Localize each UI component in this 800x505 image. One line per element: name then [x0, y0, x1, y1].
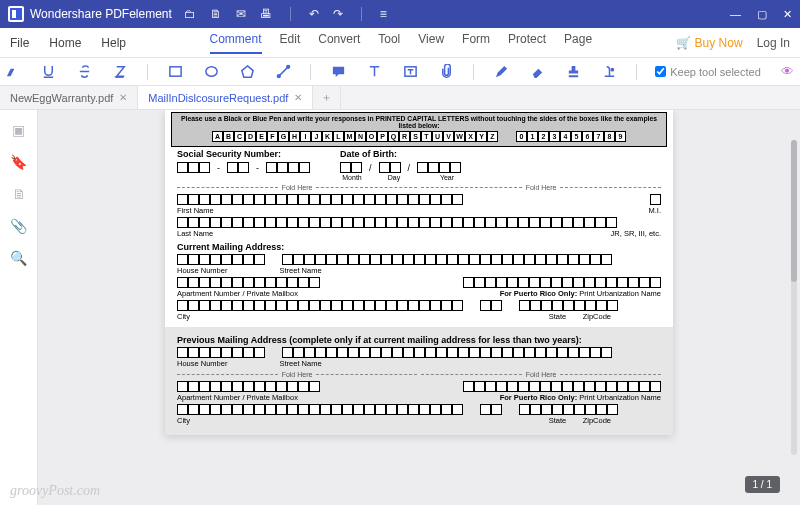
input-box[interactable]: [563, 404, 574, 415]
input-box[interactable]: M: [344, 131, 355, 142]
menu-help[interactable]: Help: [101, 36, 126, 50]
input-box[interactable]: [221, 381, 232, 392]
input-box[interactable]: [199, 300, 210, 311]
input-box[interactable]: [254, 254, 265, 265]
input-box[interactable]: [585, 300, 596, 311]
input-box[interactable]: [419, 404, 430, 415]
input-box[interactable]: [425, 347, 436, 358]
input-box[interactable]: O: [366, 131, 377, 142]
doc-tab[interactable]: MailInDislcosureRequest.pdf✕: [138, 86, 313, 109]
input-box[interactable]: [353, 194, 364, 205]
input-box[interactable]: [265, 404, 276, 415]
input-box[interactable]: [232, 404, 243, 415]
input-box[interactable]: [463, 381, 474, 392]
input-box[interactable]: [232, 347, 243, 358]
input-box[interactable]: [188, 347, 199, 358]
input-box[interactable]: [507, 277, 518, 288]
input-box[interactable]: T: [421, 131, 432, 142]
input-box[interactable]: [491, 404, 502, 415]
input-box[interactable]: [199, 162, 210, 173]
input-box[interactable]: [188, 381, 199, 392]
input-box[interactable]: [375, 217, 386, 228]
input-box[interactable]: [288, 162, 299, 173]
input-box[interactable]: [199, 217, 210, 228]
input-box[interactable]: [535, 254, 546, 265]
input-box[interactable]: L: [333, 131, 344, 142]
input-box[interactable]: [199, 347, 210, 358]
input-box[interactable]: [408, 194, 419, 205]
input-box[interactable]: [320, 300, 331, 311]
input-box[interactable]: P: [377, 131, 388, 142]
input-box[interactable]: [601, 347, 612, 358]
input-box[interactable]: [441, 217, 452, 228]
save-icon[interactable]: 🗎: [210, 7, 222, 21]
input-box[interactable]: [370, 254, 381, 265]
input-box[interactable]: [386, 194, 397, 205]
maximize-icon[interactable]: ▢: [757, 8, 767, 21]
input-box[interactable]: [287, 381, 298, 392]
highlight-icon[interactable]: [3, 63, 21, 81]
input-box[interactable]: [496, 277, 507, 288]
input-box[interactable]: [243, 194, 254, 205]
input-box[interactable]: [573, 381, 584, 392]
input-box[interactable]: [265, 277, 276, 288]
input-box[interactable]: C: [234, 131, 245, 142]
input-box[interactable]: [452, 194, 463, 205]
input-box[interactable]: [474, 381, 485, 392]
input-box[interactable]: [232, 217, 243, 228]
scroll-thumb[interactable]: [791, 140, 797, 282]
input-box[interactable]: [199, 277, 210, 288]
input-box[interactable]: [287, 404, 298, 415]
input-box[interactable]: [430, 300, 441, 311]
input-box[interactable]: [177, 194, 188, 205]
input-box[interactable]: [243, 300, 254, 311]
input-box[interactable]: [568, 254, 579, 265]
input-box[interactable]: 3: [549, 131, 560, 142]
input-box[interactable]: [221, 404, 232, 415]
input-box[interactable]: [447, 254, 458, 265]
strikethrough-icon[interactable]: [75, 63, 93, 81]
input-box[interactable]: [397, 194, 408, 205]
input-box[interactable]: S: [410, 131, 421, 142]
input-box[interactable]: [232, 194, 243, 205]
hide-icon[interactable]: 👁: [779, 63, 797, 81]
input-box[interactable]: G: [278, 131, 289, 142]
input-box[interactable]: [585, 404, 596, 415]
input-box[interactable]: [563, 300, 574, 311]
input-box[interactable]: [348, 347, 359, 358]
input-box[interactable]: [309, 277, 320, 288]
input-box[interactable]: [502, 347, 513, 358]
input-box[interactable]: [265, 194, 276, 205]
input-box[interactable]: B: [223, 131, 234, 142]
scrollbar[interactable]: [791, 140, 797, 455]
input-box[interactable]: [199, 381, 210, 392]
input-box[interactable]: [584, 217, 595, 228]
input-box[interactable]: [188, 194, 199, 205]
input-box[interactable]: [480, 347, 491, 358]
input-box[interactable]: [574, 300, 585, 311]
text-icon[interactable]: [365, 63, 383, 81]
input-box[interactable]: 4: [560, 131, 571, 142]
input-box[interactable]: [315, 347, 326, 358]
input-box[interactable]: Z: [487, 131, 498, 142]
input-box[interactable]: [606, 217, 617, 228]
input-box[interactable]: [447, 347, 458, 358]
input-box[interactable]: [530, 404, 541, 415]
input-box[interactable]: [386, 404, 397, 415]
input-box[interactable]: [452, 404, 463, 415]
input-box[interactable]: [573, 277, 584, 288]
input-box[interactable]: [524, 347, 535, 358]
input-box[interactable]: U: [432, 131, 443, 142]
input-box[interactable]: [552, 404, 563, 415]
input-box[interactable]: [450, 162, 461, 173]
input-box[interactable]: [375, 194, 386, 205]
input-box[interactable]: [507, 217, 518, 228]
input-box[interactable]: [436, 254, 447, 265]
input-box[interactable]: Q: [388, 131, 399, 142]
input-box[interactable]: X: [465, 131, 476, 142]
input-box[interactable]: [513, 254, 524, 265]
tab-view[interactable]: View: [418, 32, 444, 54]
input-box[interactable]: [386, 217, 397, 228]
login-button[interactable]: Log In: [757, 36, 790, 50]
input-box[interactable]: [639, 277, 650, 288]
